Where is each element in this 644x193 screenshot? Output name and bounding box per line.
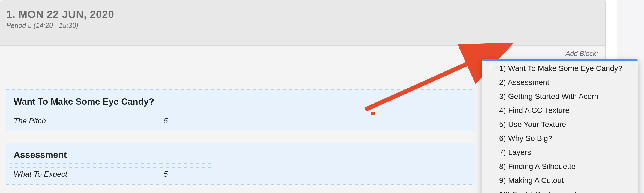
lesson-block[interactable]: Want To Make Some Eye Candy? The Pitch 5 — [6, 89, 475, 131]
block-title[interactable]: Want To Make Some Eye Candy? — [10, 93, 214, 110]
dropdown-option-label: 4) Find A CC Texture — [499, 106, 570, 114]
dropdown-option[interactable]: 3) Getting Started With Acorn — [482, 89, 638, 103]
dropdown-option-label: 7) Layers — [499, 148, 531, 156]
add-block-dropdown[interactable]: ✓ 1) Want To Make Some Eye Candy? 2) Ass… — [482, 59, 638, 193]
dropdown-option[interactable]: 8) Finding A Silhouette — [482, 159, 638, 173]
dropdown-option-label: 5) Use Your Texture — [499, 120, 566, 129]
dropdown-option[interactable]: 7) Layers — [482, 145, 638, 159]
block-title[interactable]: Assessment — [10, 146, 214, 164]
dropdown-option[interactable]: 10) Find A Background — [482, 188, 638, 193]
lesson-date-title: 1. MON 22 JUN, 2020 — [6, 8, 599, 20]
dropdown-option-label: 10) Find A Background — [499, 190, 576, 193]
row-label[interactable]: What To Expect — [10, 167, 157, 181]
lesson-block[interactable]: Assessment What To Expect 5 — [6, 143, 475, 185]
row-value[interactable]: 5 — [160, 114, 214, 128]
lesson-header: 1. MON 22 JUN, 2020 Period 5 (14:20 - 15… — [0, 0, 606, 46]
row-value[interactable]: 5 — [160, 167, 214, 181]
dropdown-option[interactable]: 1) Want To Make Some Eye Candy? — [482, 61, 638, 75]
dropdown-option-blank[interactable]: ✓ — [482, 59, 638, 61]
add-block-label: Add Block: — [565, 50, 598, 58]
dropdown-option-label: 8) Finding A Silhouette — [499, 162, 576, 171]
dropdown-option[interactable]: 6) Why So Big? — [482, 131, 638, 145]
dropdown-option[interactable]: 9) Making A Cutout — [482, 173, 638, 187]
row-label[interactable]: The Pitch — [10, 114, 157, 128]
block-row: The Pitch 5 — [10, 114, 471, 128]
dropdown-option-label: 2) Assessment — [499, 78, 549, 86]
dropdown-option-label: 6) Why So Big? — [499, 134, 552, 143]
dropdown-option[interactable]: 4) Find A CC Texture — [482, 103, 638, 117]
block-row: What To Expect 5 — [10, 167, 471, 181]
lesson-period: Period 5 (14:20 - 15:30) — [6, 22, 599, 29]
dropdown-option-label: 3) Getting Started With Acorn — [499, 92, 598, 101]
dropdown-option[interactable]: 2) Assessment — [482, 75, 638, 89]
dropdown-option[interactable]: 5) Use Your Texture — [482, 117, 638, 131]
dropdown-option-label: 9) Making A Cutout — [499, 176, 564, 185]
dropdown-option-label: 1) Want To Make Some Eye Candy? — [499, 64, 622, 73]
